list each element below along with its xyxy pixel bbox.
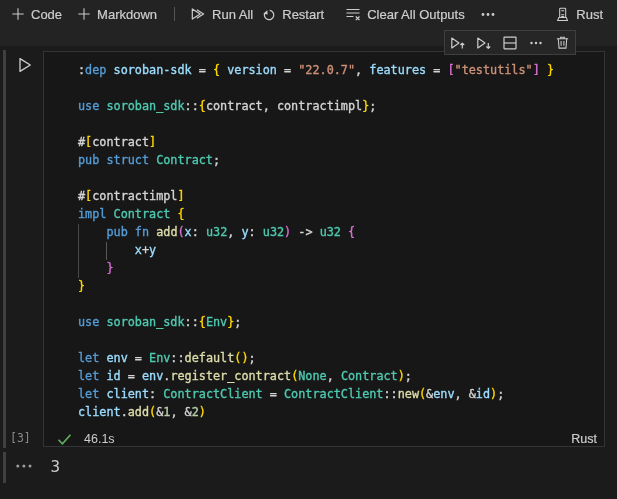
cell-editor[interactable]: :dep soroban-sdk = { version = "22.0.7",… [43, 51, 605, 447]
run-all-label: Run All [212, 7, 253, 22]
code-line[interactable]: pub struct Contract; [78, 151, 602, 169]
notebook-toolbar-row: Code Markdown [0, 0, 617, 28]
cell-focus-indicator[interactable] [3, 50, 6, 448]
code-line[interactable]: #[contract] [78, 133, 602, 151]
code-line[interactable] [78, 79, 602, 97]
kernel-icon [555, 7, 570, 22]
delete-cell-button[interactable] [554, 35, 570, 51]
run-all-button[interactable]: Run All [190, 6, 253, 22]
code-line[interactable]: #[contractimpl] [78, 187, 602, 205]
code-line[interactable] [78, 169, 602, 187]
code-line[interactable] [78, 115, 602, 133]
output-focus-indicator[interactable] [3, 452, 6, 483]
add-markdown-label: Markdown [97, 7, 157, 22]
cell-output-value: 3 [51, 458, 61, 475]
code-line[interactable]: :dep soroban-sdk = { version = "22.0.7",… [78, 61, 602, 79]
code-line[interactable]: client.add(&1, &2) [78, 403, 602, 421]
indent-guide-active [106, 242, 107, 260]
restart-label: Restart [282, 7, 324, 22]
code-line[interactable]: } [78, 259, 602, 277]
add-code-cell-button[interactable]: Code [11, 7, 62, 22]
add-markdown-cell-button[interactable]: Markdown [77, 7, 157, 22]
run-cell-button[interactable] [16, 56, 33, 74]
restart-icon [261, 7, 276, 22]
code-line[interactable]: let id = env.register_contract(None, Con… [78, 367, 602, 385]
cell-language-picker[interactable]: Rust [571, 432, 597, 446]
notebook-editor: Code Markdown [0, 0, 617, 499]
cell-more-actions-button[interactable] [528, 35, 544, 51]
code-lines: :dep soroban-sdk = { version = "22.0.7",… [78, 61, 602, 421]
code-line[interactable]: use soroban_sdk::{Env}; [78, 313, 602, 331]
code-line[interactable]: let env = Env::default(); [78, 349, 602, 367]
plus-icon [77, 7, 91, 21]
kernel-label: Rust [576, 7, 603, 22]
cell-statusbar: 46.1s Rust [44, 430, 604, 448]
execute-above-button[interactable] [450, 35, 466, 51]
clear-all-outputs-button[interactable]: Clear All Outputs [345, 6, 465, 22]
clear-all-outputs-label: Clear All Outputs [367, 7, 465, 22]
code-line[interactable]: x+y [78, 241, 602, 259]
code-line[interactable]: impl Contract { [78, 205, 602, 223]
add-code-label: Code [31, 7, 62, 22]
code-line[interactable] [78, 295, 602, 313]
execute-below-button[interactable] [476, 35, 492, 51]
code-line[interactable]: pub fn add(x: u32, y: u32) -> u32 { [78, 223, 602, 241]
plus-icon [11, 7, 25, 21]
split-cell-button[interactable] [502, 35, 518, 51]
toolbar-left-group: Code Markdown [11, 6, 496, 22]
code-line[interactable]: let client: ContractClient = ContractCli… [78, 385, 602, 403]
execution-count: [3] [10, 431, 36, 445]
restart-button[interactable]: Restart [261, 7, 324, 22]
toolbar-more-actions-button[interactable] [480, 6, 496, 22]
cell-toolbar [444, 30, 576, 55]
success-check-icon [57, 433, 72, 446]
code-line[interactable]: use soroban_sdk::{contract, contractimpl… [78, 97, 602, 115]
execution-duration: 46.1s [84, 432, 115, 446]
toolbar-separator [174, 7, 175, 21]
run-all-icon [190, 6, 206, 22]
ellipsis-icon [480, 6, 496, 22]
toolbar-right-group: Rust [555, 7, 617, 22]
output-options-button[interactable] [15, 459, 33, 473]
clear-all-outputs-icon [345, 6, 361, 22]
indent-guide [78, 224, 79, 278]
code-line[interactable]: } [78, 277, 602, 295]
code-line[interactable] [78, 331, 602, 349]
kernel-picker-button[interactable]: Rust [555, 7, 603, 22]
